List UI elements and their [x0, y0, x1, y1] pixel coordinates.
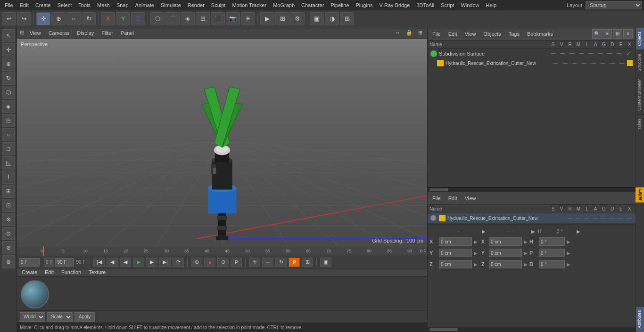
- sidebar-tool-9[interactable]: ◺: [2, 156, 15, 170]
- timeline-ruler[interactable]: 0 5 10 15 20 25 30 35 40 45 50 55 60 65 …: [17, 246, 427, 256]
- coord-y-pos2[interactable]: [489, 249, 522, 257]
- obj-expand-icon[interactable]: ⊞: [613, 29, 622, 39]
- attr-menu-edit[interactable]: Edit: [446, 194, 459, 202]
- menu-tools[interactable]: Tools: [75, 1, 93, 9]
- z-axis-btn[interactable]: Z: [131, 12, 145, 25]
- menu-window[interactable]: Window: [458, 1, 482, 9]
- coord-z-pos2[interactable]: [489, 260, 522, 268]
- tab-content-browser[interactable]: Content Browser: [636, 75, 644, 114]
- coord-z-b[interactable]: [539, 260, 565, 268]
- leyer-tab[interactable]: Layer: [636, 187, 644, 202]
- attr-row-hydraulic[interactable]: Hydraulic_Rescue_Extrication_Cutter_New …: [428, 213, 636, 223]
- motion-clip-btn[interactable]: ▣: [320, 258, 331, 267]
- vp-maximize-icon[interactable]: ⊞: [416, 29, 424, 37]
- vp-menu-view[interactable]: View: [28, 29, 43, 37]
- menu-sculpt[interactable]: Sculpt: [208, 1, 229, 9]
- obj-menu-view[interactable]: View: [463, 30, 478, 38]
- obj-filter-icon[interactable]: ≡: [603, 29, 612, 39]
- render-preview-btn[interactable]: ▶: [260, 12, 274, 25]
- rotation-key-btn[interactable]: ↻: [275, 258, 287, 267]
- menu-plugins[interactable]: Plugins: [353, 1, 375, 9]
- obj-search-icon[interactable]: 🔍: [592, 29, 602, 39]
- right-panel-hscrollbar[interactable]: [428, 327, 636, 332]
- coord-x-pos2[interactable]: [489, 237, 522, 246]
- prev-frame-button[interactable]: ◀: [107, 258, 118, 267]
- obj-menu-objects[interactable]: Objects: [481, 30, 503, 38]
- world-dropdown[interactable]: World: [20, 312, 45, 322]
- vp-lock-icon[interactable]: 🔒: [404, 29, 414, 37]
- attr-menu-view[interactable]: View: [463, 194, 478, 202]
- mat-menu-edit[interactable]: Edit: [43, 268, 56, 276]
- undo-button[interactable]: ↩: [2, 12, 16, 25]
- coord-y-p[interactable]: [539, 249, 565, 257]
- tab-structure[interactable]: Structure: [636, 50, 644, 75]
- obj-item-subdivision[interactable]: Subdivision Surface — — — — — — — — ✓: [428, 49, 636, 58]
- menu-create[interactable]: Create: [33, 1, 54, 9]
- sidebar-tool-4[interactable]: ⬡: [2, 86, 15, 99]
- play-button[interactable]: ▶: [133, 258, 144, 267]
- cube-btn[interactable]: ⬡: [150, 12, 165, 25]
- tab-objects[interactable]: Objects: [636, 27, 644, 50]
- play-reverse-button[interactable]: ◀: [120, 258, 131, 267]
- spline-btn[interactable]: ⌒: [165, 12, 180, 25]
- deform-btn[interactable]: ⊟: [196, 12, 210, 25]
- all-key-btn[interactable]: P: [289, 258, 300, 267]
- sidebar-tool-14[interactable]: ⊙: [2, 227, 15, 240]
- menu-animate[interactable]: Animate: [132, 1, 157, 9]
- menu-3dtoall[interactable]: 3DToAll: [413, 1, 437, 9]
- sidebar-tool-1[interactable]: ✛: [2, 43, 15, 57]
- viewport-3d[interactable]: X Y Z: [17, 39, 427, 246]
- x-axis-btn[interactable]: X: [101, 12, 115, 25]
- obj-menu-edit[interactable]: Edit: [446, 30, 459, 38]
- move-tool[interactable]: ⊕: [51, 12, 66, 25]
- sidebar-tool-7[interactable]: ○: [2, 128, 15, 141]
- right-hscrollbar-thumb[interactable]: [429, 328, 458, 331]
- coord-z-pos[interactable]: [439, 260, 472, 268]
- menu-edit[interactable]: Edit: [17, 1, 32, 9]
- current-frame-input[interactable]: [19, 258, 40, 267]
- mat-menu-texture[interactable]: Texture: [87, 268, 107, 276]
- attr-menu-file[interactable]: File: [430, 194, 443, 202]
- nurbs-btn[interactable]: ◈: [181, 12, 195, 25]
- obj-menu-file[interactable]: File: [430, 30, 443, 38]
- redo-button[interactable]: ↪: [17, 12, 31, 25]
- menu-select[interactable]: Select: [55, 1, 75, 9]
- go-to-end-button[interactable]: ▶|: [159, 258, 171, 267]
- mat-menu-function[interactable]: Function: [59, 268, 83, 276]
- move-key-btn[interactable]: ✛: [249, 258, 260, 267]
- sidebar-tool-12[interactable]: ⊡: [2, 199, 15, 212]
- render-to-pic-btn[interactable]: ⊞: [275, 12, 289, 25]
- sidebar-tool-13[interactable]: ⊗: [2, 213, 15, 226]
- light-btn[interactable]: ☀: [241, 12, 255, 25]
- apply-button[interactable]: Apply: [74, 312, 95, 322]
- obj-item-hydraulic[interactable]: Hydraulic_Rescue_Extrication_Cutter_New …: [428, 58, 636, 68]
- camera-btn[interactable]: 📷: [226, 12, 240, 25]
- obj-menu-bookmarks[interactable]: Bookmarks: [525, 30, 555, 38]
- keyframe-btn[interactable]: ⊕: [191, 258, 202, 267]
- enviro-btn[interactable]: ⬛: [211, 12, 225, 25]
- menu-vray[interactable]: V-Ray Bridge: [377, 1, 413, 9]
- mat-menu-create[interactable]: Create: [20, 268, 39, 276]
- menu-motion-tracker[interactable]: Motion Tracker: [229, 1, 269, 9]
- tab-attributes[interactable]: Attributes: [636, 306, 644, 332]
- coord-x-h[interactable]: [539, 237, 565, 246]
- layout-dropdown[interactable]: Startup: [586, 1, 642, 9]
- tab-takes[interactable]: Takes: [636, 114, 644, 134]
- sidebar-tool-3[interactable]: ↻: [2, 72, 15, 85]
- menu-snap[interactable]: Snap: [114, 1, 132, 9]
- sky-btn[interactable]: ◑: [325, 12, 339, 25]
- menu-script[interactable]: Script: [438, 1, 457, 9]
- sidebar-tool-5[interactable]: ◈: [2, 100, 15, 113]
- obj-menu-tags[interactable]: Tags: [507, 30, 521, 38]
- menu-help[interactable]: Help: [483, 1, 500, 9]
- sidebar-tool-10[interactable]: ⌇: [2, 170, 15, 184]
- sidebar-tool-11[interactable]: ⊞: [2, 185, 15, 198]
- next-frame-button[interactable]: ▶: [146, 258, 157, 267]
- sidebar-tool-0[interactable]: ↖: [2, 29, 15, 42]
- grid-anim-btn[interactable]: ⊞: [302, 258, 313, 267]
- menu-mograph[interactable]: MoGraph: [270, 1, 297, 9]
- rotate-tool[interactable]: ↻: [82, 12, 96, 25]
- menu-render[interactable]: Render: [185, 1, 207, 9]
- vp-menu-cameras[interactable]: Cameras: [47, 29, 72, 37]
- coord-y-pos[interactable]: [439, 249, 472, 257]
